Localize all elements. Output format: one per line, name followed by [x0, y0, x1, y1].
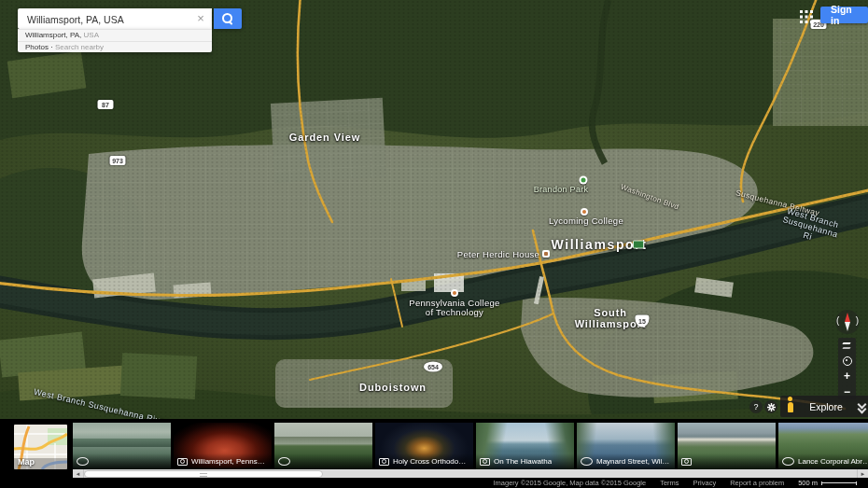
scale-bar: [821, 481, 857, 485]
search-input[interactable]: [25, 9, 195, 30]
scroll-left-arrow[interactable]: ◄: [73, 469, 84, 478]
footer-bar: Imagery ©2015 Google, Map data ©2015 Goo…: [0, 478, 868, 488]
photo-tile[interactable]: [274, 423, 372, 469]
suggestion-secondary-text: USA: [81, 31, 99, 39]
photo-tile[interactable]: Williamsport, Pennsylvania's ne...: [174, 423, 272, 469]
map-mode-tile[interactable]: Map: [14, 425, 67, 469]
photo-tile-caption: On The Hiawatha: [476, 453, 574, 469]
my-location-button[interactable]: [838, 354, 856, 369]
photo-tile-caption: Williamsport, Pennsylvania's ne...: [174, 453, 272, 469]
map-mode-label: Map: [18, 457, 35, 467]
photo-tile-caption: Maynard Street, Williamsport, PA: [577, 453, 675, 469]
explore-label: Explore: [800, 401, 852, 412]
route-shield: 87: [98, 100, 114, 109]
map-control-panel: + −: [838, 338, 856, 399]
photo-tile-caption: Lance Corporal Abram Howard: [778, 453, 868, 469]
route-shield: 654: [424, 362, 442, 372]
map-marker: [633, 241, 644, 249]
photosphere-icon: [77, 457, 89, 466]
scrollbar-thumb[interactable]: [84, 470, 323, 478]
gear-icon: [767, 403, 776, 411]
expand-strip-chevron-icon[interactable]: [858, 402, 866, 411]
photosphere-icon: [278, 457, 290, 466]
tilt-icon: [843, 342, 851, 349]
footer-link[interactable]: Privacy: [693, 479, 717, 487]
suggestion-main-text: Photos ·: [25, 43, 53, 51]
map-marker: [581, 208, 588, 216]
search-button[interactable]: [214, 8, 242, 29]
zoom-in-button[interactable]: +: [838, 369, 856, 383]
suggestion-secondary-text: Search nearby: [53, 43, 104, 51]
photo-tile-label: Holy Cross Orthodox Church: [393, 457, 469, 466]
photo-tile[interactable]: On The Hiawatha: [476, 423, 574, 469]
photo-tile-label: Lance Corporal Abram Howard: [798, 457, 868, 466]
photo-tile[interactable]: [678, 423, 776, 469]
photo-tile-caption: [73, 453, 171, 469]
photo-tile-caption: Holy Cross Orthodox Church: [375, 453, 473, 469]
map-marker: [580, 176, 588, 185]
pegman-icon[interactable]: [786, 397, 794, 412]
map-credits: Imagery ©2015 Google, Map data ©2015 Goo…: [494, 479, 647, 487]
camera-icon: [681, 458, 692, 466]
help-button[interactable]: ?: [749, 400, 763, 413]
map-marker: [542, 250, 550, 258]
search-suggestion-item[interactable]: Photos · Search nearby: [18, 41, 212, 53]
footer-link[interactable]: Terms: [660, 479, 679, 487]
photo-tile[interactable]: Lance Corporal Abram Howard: [778, 423, 868, 469]
footer-link[interactable]: Report a problem: [730, 479, 784, 487]
search-suggestion-item[interactable]: Williamsport, PA, USA: [18, 29, 212, 41]
footer-links: TermsPrivacyReport a problem: [660, 479, 784, 487]
search-box: ×: [18, 8, 212, 29]
search-icon: [222, 13, 232, 23]
photosphere-icon: [782, 457, 794, 466]
photo-tile[interactable]: [73, 423, 171, 469]
google-apps-grid-icon[interactable]: [800, 10, 813, 23]
route-shield: 973: [110, 156, 126, 165]
photo-tile[interactable]: Holy Cross Orthodox Church: [375, 423, 473, 469]
camera-icon: [480, 458, 490, 466]
search-suggestions: Williamsport, PA, USA Photos · Search ne…: [18, 29, 212, 52]
google-maps-app: Garden ViewBrandon ParkWashington BlvdLy…: [0, 0, 868, 488]
compass-north-needle: [845, 313, 850, 322]
camera-icon: [177, 458, 188, 466]
compass-control[interactable]: [835, 310, 860, 334]
photosphere-icon: [581, 457, 593, 466]
photo-tile-label: Maynard Street, Williamsport, PA: [596, 457, 671, 466]
photo-tile-label: Williamsport, Pennsylvania's ne...: [191, 457, 268, 466]
compass-south-needle: [845, 322, 850, 331]
photo-tile[interactable]: Maynard Street, Williamsport, PA: [577, 423, 675, 469]
explore-bar[interactable]: Explore: [780, 396, 868, 417]
map-scale: 500 m: [798, 479, 857, 487]
clear-search-icon[interactable]: ×: [194, 11, 207, 26]
settings-button[interactable]: [764, 400, 777, 413]
sign-in-button[interactable]: Sign in: [820, 7, 868, 23]
map-marker: [451, 289, 458, 297]
camera-icon: [379, 458, 389, 466]
photo-tile-label: On The Hiawatha: [494, 457, 552, 466]
strip-scrollbar[interactable]: ◄ ►: [73, 469, 868, 478]
photo-tile-caption: [678, 453, 776, 469]
photo-tile-caption: [274, 453, 372, 469]
scale-label: 500 m: [798, 479, 818, 487]
suggestion-main-text: Williamsport, PA,: [25, 31, 81, 39]
scroll-right-arrow[interactable]: ►: [857, 469, 868, 478]
map-canvas[interactable]: Garden ViewBrandon ParkWashington BlvdLy…: [0, 0, 868, 425]
tilt-view-button[interactable]: [838, 338, 856, 353]
my-location-icon: [843, 356, 852, 366]
